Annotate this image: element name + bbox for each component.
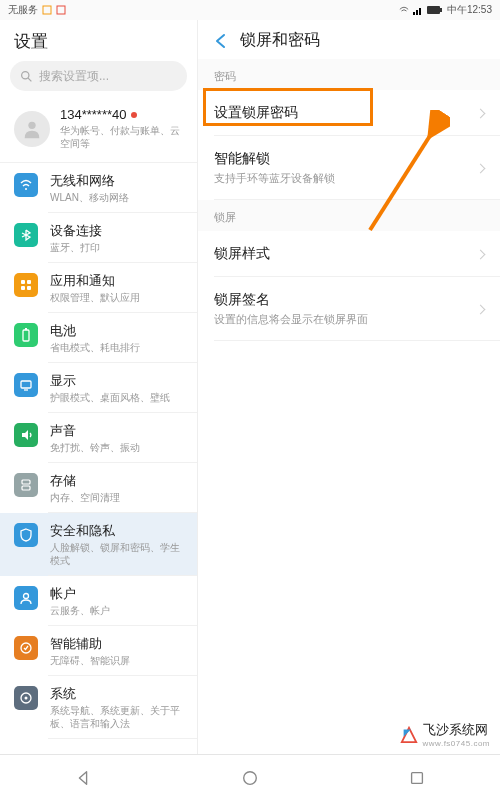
nav-back-button[interactable]	[72, 767, 94, 789]
item-sub: 权限管理、默认应用	[50, 291, 183, 304]
svg-point-10	[25, 188, 27, 190]
watermark-logo-icon	[400, 726, 418, 744]
detail-title: 锁屏和密码	[240, 30, 320, 51]
svg-rect-19	[22, 480, 30, 484]
item-title: 显示	[50, 372, 183, 390]
svg-rect-6	[440, 8, 442, 12]
sidebar-item-1[interactable]: 设备连接 蓝牙、打印	[0, 213, 197, 263]
avatar	[14, 111, 50, 147]
svg-point-24	[25, 697, 28, 700]
item-title: 设备连接	[50, 222, 183, 240]
item-title: 系统	[50, 685, 183, 703]
shield-icon	[14, 523, 38, 547]
item-title: 应用和通知	[50, 272, 183, 290]
watermark-url: www.fs0745.com	[423, 739, 490, 748]
detail-item-title: 设置锁屏密码	[214, 104, 477, 122]
item-title: 智能辅助	[50, 635, 183, 653]
nav-home-button[interactable]	[239, 767, 261, 789]
detail-item-title: 锁屏签名	[214, 291, 477, 309]
search-icon	[20, 70, 33, 83]
svg-rect-11	[21, 280, 25, 284]
item-sub: 云服务、帐户	[50, 604, 183, 617]
detail-item-1-0[interactable]: 锁屏样式	[198, 231, 500, 277]
storage-icon	[14, 473, 38, 497]
sidebar-item-10[interactable]: 系统 系统导航、系统更新、关于平板、语言和输入法	[0, 676, 197, 739]
no-service-text: 无服务	[8, 3, 38, 17]
svg-rect-20	[22, 486, 30, 490]
bluetooth-icon	[14, 223, 38, 247]
item-sub: 免打扰、铃声、振动	[50, 441, 183, 454]
status-bar: 无服务 中午12:53	[0, 0, 500, 20]
item-title: 声音	[50, 422, 183, 440]
back-button[interactable]	[212, 32, 230, 50]
svg-rect-1	[57, 6, 65, 14]
detail-item-0-0[interactable]: 设置锁屏密码	[198, 90, 500, 136]
item-title: 电池	[50, 322, 183, 340]
item-sub: WLAN、移动网络	[50, 191, 183, 204]
sound-icon	[14, 423, 38, 447]
apps-icon	[14, 273, 38, 297]
item-title: 安全和隐私	[50, 522, 183, 540]
page-title: 设置	[0, 20, 197, 61]
item-sub: 省电模式、耗电排行	[50, 341, 183, 354]
sidebar-item-6[interactable]: 存储 内存、空间清理	[0, 463, 197, 513]
chevron-right-icon	[476, 108, 486, 118]
status-icon	[42, 5, 52, 15]
watermark-text: 飞沙系统网	[423, 721, 490, 739]
item-sub: 内存、空间清理	[50, 491, 183, 504]
display-icon	[14, 373, 38, 397]
svg-point-7	[22, 71, 29, 78]
account-sub: 华为帐号、付款与账单、云空间等	[60, 124, 183, 150]
svg-rect-12	[27, 280, 31, 284]
status-icon	[56, 5, 66, 15]
chevron-right-icon	[476, 163, 486, 173]
battery-icon	[427, 5, 443, 15]
svg-rect-4	[419, 8, 421, 15]
item-sub: 系统导航、系统更新、关于平板、语言和输入法	[50, 704, 183, 730]
sidebar-item-5[interactable]: 声音 免打扰、铃声、振动	[0, 413, 197, 463]
detail-pane: 锁屏和密码 密码 设置锁屏密码 智能解锁 支持手环等蓝牙设备解锁 锁屏 锁屏样式…	[198, 20, 500, 754]
item-sub: 蓝牙、打印	[50, 241, 183, 254]
clock-text: 中午12:53	[447, 3, 492, 17]
account-row[interactable]: 134******40 华为帐号、付款与账单、云空间等	[0, 99, 197, 163]
svg-rect-16	[25, 328, 27, 330]
item-title: 帐户	[50, 585, 183, 603]
item-sub: 护眼模式、桌面风格、壁纸	[50, 391, 183, 404]
signal-icon	[413, 5, 423, 15]
detail-item-title: 锁屏样式	[214, 245, 477, 263]
svg-rect-5	[427, 6, 440, 14]
sidebar-item-8[interactable]: 帐户 云服务、帐户	[0, 576, 197, 626]
system-icon	[14, 686, 38, 710]
sidebar-item-7[interactable]: 安全和隐私 人脸解锁、锁屏和密码、学生模式	[0, 513, 197, 576]
svg-rect-13	[21, 286, 25, 290]
detail-item-0-1[interactable]: 智能解锁 支持手环等蓝牙设备解锁	[198, 136, 500, 200]
svg-line-8	[28, 78, 31, 81]
svg-marker-28	[403, 729, 410, 736]
svg-point-9	[28, 121, 35, 128]
svg-rect-15	[23, 330, 29, 341]
svg-rect-14	[27, 286, 31, 290]
chevron-right-icon	[476, 249, 486, 259]
svg-rect-17	[21, 381, 31, 388]
nav-recent-button[interactable]	[406, 767, 428, 789]
svg-rect-0	[43, 6, 51, 14]
battery-icon	[14, 323, 38, 347]
settings-sidebar: 设置 搜索设置项... 134******40 华为帐号、付款与账单、云空间等 …	[0, 20, 198, 754]
item-title: 存储	[50, 472, 183, 490]
sidebar-item-4[interactable]: 显示 护眼模式、桌面风格、壁纸	[0, 363, 197, 413]
chevron-right-icon	[476, 304, 486, 314]
item-sub: 人脸解锁、锁屏和密码、学生模式	[50, 541, 183, 567]
user-icon	[14, 586, 38, 610]
search-input[interactable]: 搜索设置项...	[10, 61, 187, 91]
detail-item-title: 智能解锁	[214, 150, 477, 168]
svg-point-29	[244, 771, 257, 784]
section-label: 密码	[198, 59, 500, 90]
account-phone: 134******40	[60, 107, 127, 122]
sidebar-item-3[interactable]: 电池 省电模式、耗电排行	[0, 313, 197, 363]
svg-rect-2	[413, 12, 415, 15]
svg-point-21	[24, 594, 29, 599]
detail-item-1-1[interactable]: 锁屏签名 设置的信息将会显示在锁屏界面	[198, 277, 500, 341]
sidebar-item-9[interactable]: 智能辅助 无障碍、智能识屏	[0, 626, 197, 676]
sidebar-item-2[interactable]: 应用和通知 权限管理、默认应用	[0, 263, 197, 313]
sidebar-item-0[interactable]: 无线和网络 WLAN、移动网络	[0, 163, 197, 213]
